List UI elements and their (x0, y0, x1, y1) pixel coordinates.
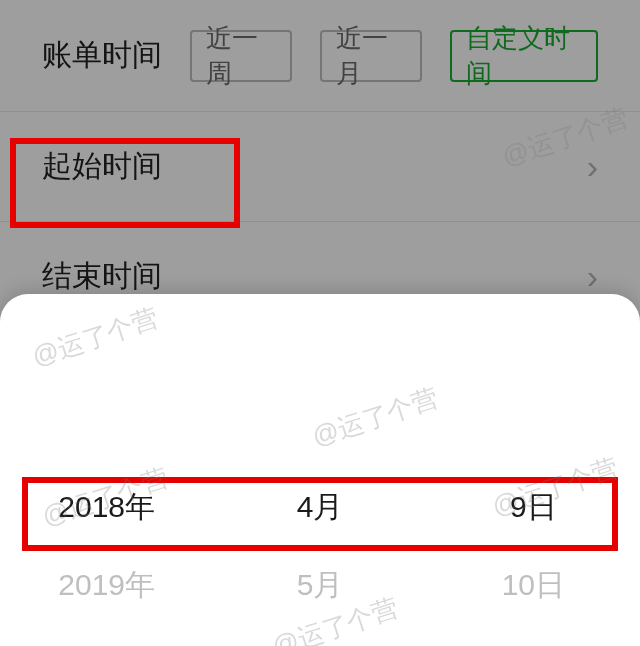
filter-last-month[interactable]: 近一月 (320, 30, 422, 82)
end-time-label: 结束时间 (42, 256, 162, 297)
bill-time-label: 账单时间 (42, 35, 162, 76)
start-time-label: 起始时间 (42, 146, 162, 187)
filter-last-week[interactable]: 近一周 (190, 30, 292, 82)
start-time-row[interactable]: 起始时间 › (0, 112, 640, 222)
picker-month-selected[interactable]: 4月 (213, 468, 426, 546)
picker-year-column[interactable]: 2018年 2019年 (0, 468, 213, 646)
picker-year-next[interactable]: 2019年 (0, 546, 213, 624)
chevron-right-icon: › (587, 147, 598, 186)
date-picker-sheet[interactable]: 2018年 2019年 4月 5月 9日 10日 (0, 294, 640, 646)
picker-day-column[interactable]: 9日 10日 (427, 468, 640, 646)
picker-year-selected[interactable]: 2018年 (0, 468, 213, 546)
picker-day-selected[interactable]: 9日 (427, 468, 640, 546)
picker-month-next[interactable]: 5月 (213, 546, 426, 624)
filter-custom[interactable]: 自定义时间 (450, 30, 598, 82)
bill-time-row: 账单时间 近一周 近一月 自定义时间 (0, 0, 640, 112)
time-filter-options: 近一周 近一月 自定义时间 (190, 30, 598, 82)
picker-month-column[interactable]: 4月 5月 (213, 468, 426, 646)
picker-day-next[interactable]: 10日 (427, 546, 640, 624)
chevron-right-icon: › (587, 257, 598, 296)
